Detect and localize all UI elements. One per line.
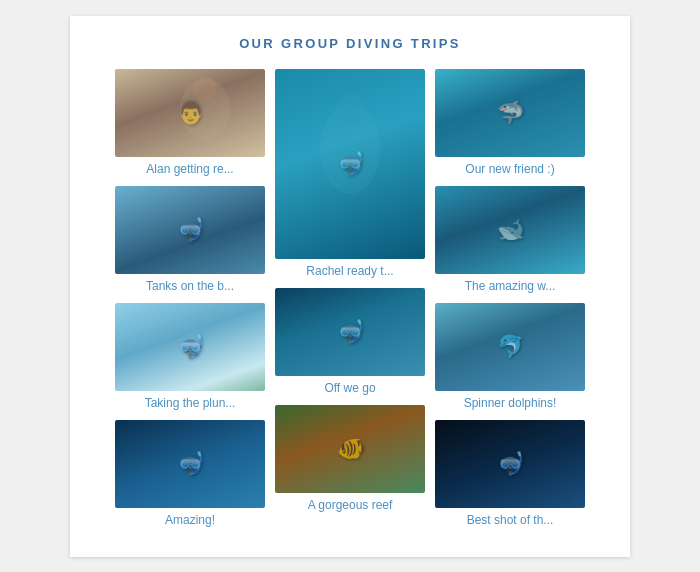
list-item: 🤿 Tanks on the b... <box>115 186 265 293</box>
caption-reef: A gorgeous reef <box>308 498 393 512</box>
list-item: 🤿 Best shot of th... <box>435 420 585 527</box>
photo-alan[interactable]: 👨 <box>115 69 265 157</box>
photo-tanks[interactable]: 🤿 <box>115 186 265 274</box>
caption-bestshot: Best shot of th... <box>467 513 554 527</box>
photo-rachel[interactable]: 🤿 <box>275 69 425 259</box>
caption-alan: Alan getting re... <box>146 162 233 176</box>
list-item: 🐠 A gorgeous reef <box>275 405 425 512</box>
amazingw-icon: 🐋 <box>497 217 524 243</box>
column-1: 👨 Alan getting re... 🤿 Tanks on the b... <box>115 69 265 527</box>
photo-offwego[interactable]: 🤿 <box>275 288 425 376</box>
photo-taking[interactable]: 🤿 <box>115 303 265 391</box>
caption-newfriend: Our new friend :) <box>465 162 554 176</box>
spinners-icon: 🐬 <box>497 334 524 360</box>
list-item: 🤿 Off we go <box>275 288 425 395</box>
photo-newfriend[interactable]: 🦈 <box>435 69 585 157</box>
list-item: 🐬 Spinner dolphins! <box>435 303 585 410</box>
tanks-icon: 🤿 <box>177 217 204 243</box>
photo-grid: 👨 Alan getting re... 🤿 Tanks on the b... <box>90 69 610 527</box>
list-item: 🤿 Taking the plun... <box>115 303 265 410</box>
caption-offwego: Off we go <box>324 381 375 395</box>
bestshot-icon: 🤿 <box>497 451 524 477</box>
photo-amazingw[interactable]: 🐋 <box>435 186 585 274</box>
caption-rachel: Rachel ready t... <box>306 264 393 278</box>
caption-amazing: Amazing! <box>165 513 215 527</box>
caption-spinners: Spinner dolphins! <box>464 396 557 410</box>
svg-point-2 <box>193 77 217 101</box>
photo-spinners[interactable]: 🐬 <box>435 303 585 391</box>
photo-reef[interactable]: 🐠 <box>275 405 425 493</box>
caption-amazingw: The amazing w... <box>465 279 556 293</box>
photo-bestshot[interactable]: 🤿 <box>435 420 585 508</box>
caption-tanks: Tanks on the b... <box>146 279 234 293</box>
column-3: 🦈 Our new friend :) 🐋 The amazing w... 🐬… <box>435 69 585 527</box>
list-item: 🤿 Amazing! <box>115 420 265 527</box>
svg-point-5 <box>335 94 365 124</box>
reef-icon: 🐠 <box>337 436 364 462</box>
photo-amazing[interactable]: 🤿 <box>115 420 265 508</box>
list-item: 🐋 The amazing w... <box>435 186 585 293</box>
newfriend-icon: 🦈 <box>497 100 524 126</box>
main-card: OUR GROUP DIVING TRIPS 👨 Alan getting re… <box>70 16 630 557</box>
amazing-icon: 🤿 <box>177 451 204 477</box>
offwego-icon: 🤿 <box>337 319 364 345</box>
list-item: 👨 Alan getting re... <box>115 69 265 176</box>
caption-taking: Taking the plun... <box>145 396 236 410</box>
column-2: 🤿 Rachel ready t... 🤿 Off we go 🐠 <box>275 69 425 527</box>
page-title: OUR GROUP DIVING TRIPS <box>90 36 610 51</box>
list-item: 🤿 Rachel ready t... <box>275 69 425 278</box>
taking-icon: 🤿 <box>177 334 204 360</box>
list-item: 🦈 Our new friend :) <box>435 69 585 176</box>
